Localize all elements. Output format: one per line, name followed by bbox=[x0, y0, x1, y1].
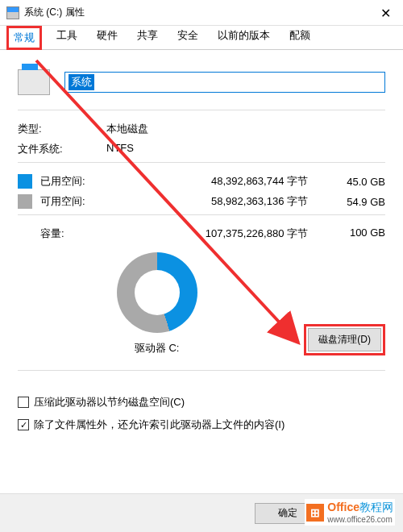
tab-general[interactable]: 常规 bbox=[6, 26, 42, 50]
tab-security[interactable]: 安全 bbox=[172, 23, 203, 49]
disk-cleanup-button[interactable]: 磁盘清理(D) bbox=[308, 328, 381, 351]
divider bbox=[18, 370, 385, 371]
tab-previous-versions[interactable]: 以前的版本 bbox=[213, 23, 275, 49]
type-value: 本地磁盘 bbox=[106, 122, 148, 136]
capacity-size: 100 GB bbox=[334, 227, 385, 241]
tab-tools[interactable]: 工具 bbox=[52, 23, 82, 49]
watermark-text2: 教程网 bbox=[359, 501, 393, 513]
divider bbox=[18, 162, 385, 163]
tab-bar: 常规 工具 硬件 共享 安全 以前的版本 配额 bbox=[0, 26, 403, 50]
window-titlebar: 系统 (C:) 属性 ✕ bbox=[0, 0, 403, 26]
free-label: 可用空间: bbox=[40, 194, 105, 209]
free-bytes: 58,982,363,136 字节 bbox=[105, 194, 334, 209]
drive-name-input[interactable]: 系统 bbox=[64, 72, 385, 93]
watermark-icon: ⊞ bbox=[306, 504, 324, 522]
used-bytes: 48,392,863,744 字节 bbox=[105, 174, 334, 189]
capacity-label: 容量: bbox=[18, 227, 105, 241]
filesystem-value: NTFS bbox=[106, 142, 134, 156]
drive-label: 驱动器 C: bbox=[18, 341, 296, 355]
watermark-text1: Office bbox=[327, 501, 359, 513]
filesystem-label: 文件系统: bbox=[18, 142, 106, 156]
divider bbox=[18, 110, 385, 110]
watermark: ⊞ Office教程网 www.office26.com bbox=[305, 499, 395, 526]
space-table: 已用空间: 48,392,863,744 字节 45.0 GB 可用空间: 58… bbox=[18, 174, 385, 209]
annotation-highlight: 磁盘清理(D) bbox=[304, 324, 385, 355]
divider bbox=[18, 214, 385, 215]
watermark-url: www.office26.com bbox=[327, 515, 393, 524]
capacity-bytes: 107,375,226,880 字节 bbox=[105, 227, 334, 241]
free-size: 54.9 GB bbox=[334, 196, 385, 208]
used-label: 已用空间: bbox=[40, 174, 105, 189]
compress-label: 压缩此驱动器以节约磁盘空间(C) bbox=[34, 395, 185, 409]
drive-icon bbox=[6, 6, 19, 19]
index-checkbox[interactable]: ✓ bbox=[18, 419, 29, 430]
used-size: 45.0 GB bbox=[334, 176, 385, 188]
close-button[interactable]: ✕ bbox=[368, 0, 403, 26]
tab-content: 系统 类型: 本地磁盘 文件系统: NTFS 已用空间: 48,392,863,… bbox=[0, 50, 403, 448]
drive-name-value: 系统 bbox=[69, 74, 94, 90]
drive-large-icon bbox=[18, 69, 50, 95]
window-title: 系统 (C:) 属性 bbox=[24, 6, 85, 19]
type-label: 类型: bbox=[18, 122, 106, 136]
compress-checkbox[interactable] bbox=[18, 397, 29, 408]
used-swatch bbox=[18, 174, 32, 189]
free-swatch bbox=[18, 194, 32, 209]
tab-quota[interactable]: 配额 bbox=[285, 23, 315, 49]
usage-pie-chart bbox=[117, 252, 197, 333]
index-label: 除了文件属性外，还允许索引此驱动器上文件的内容(I) bbox=[34, 418, 285, 432]
tab-sharing[interactable]: 共享 bbox=[132, 23, 163, 49]
tab-hardware[interactable]: 硬件 bbox=[92, 23, 123, 49]
